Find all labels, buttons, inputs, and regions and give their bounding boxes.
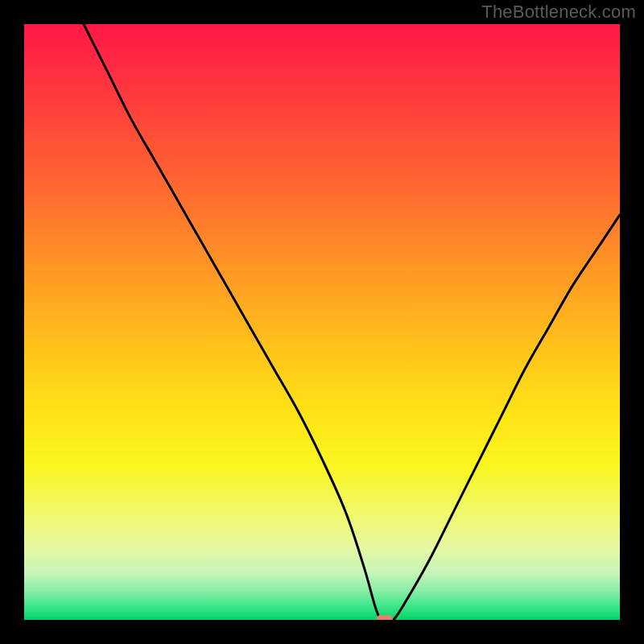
minimum-marker — [377, 615, 393, 620]
curve-svg — [24, 24, 620, 620]
bottleneck-curve — [84, 24, 620, 620]
chart-frame: TheBottleneck.com — [0, 0, 644, 644]
plot-area — [24, 24, 620, 620]
watermark-text: TheBottleneck.com — [481, 2, 636, 23]
